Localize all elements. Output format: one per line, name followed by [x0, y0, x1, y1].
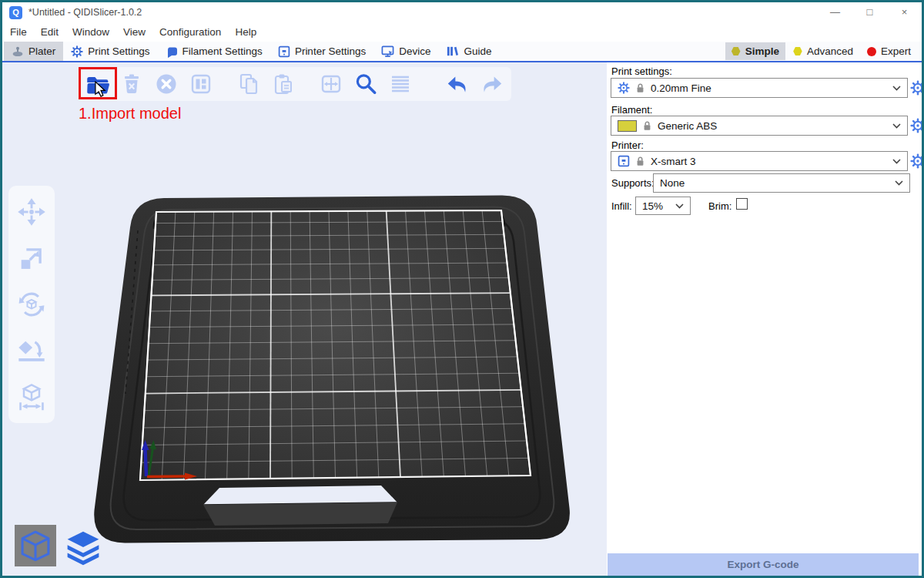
menu-file[interactable]: File [3, 22, 34, 42]
monitor-icon [381, 45, 394, 58]
lock-icon [635, 82, 645, 94]
redo-button[interactable] [477, 69, 507, 99]
chevron-down-icon [892, 159, 901, 164]
brim-checkbox[interactable] [736, 198, 748, 210]
printer-label: Printer: [611, 139, 644, 151]
brim-label: Brim: [708, 200, 732, 212]
minimize-button[interactable]: — [818, 2, 852, 22]
filament-value: Generic ABS [658, 120, 717, 132]
filament-gear-button[interactable] [910, 118, 924, 133]
3d-editor-view-button[interactable] [15, 525, 56, 566]
filament-color-swatch [618, 120, 637, 132]
menu-window[interactable]: Window [65, 22, 116, 42]
mode-advanced-label: Advanced [807, 45, 853, 57]
move-icon[interactable] [16, 197, 47, 227]
copy-icon [236, 72, 261, 96]
gear-icon [71, 45, 83, 58]
tab-device-label: Device [399, 45, 430, 57]
maximize-button[interactable]: □ [852, 2, 887, 22]
cube-icon [17, 527, 54, 564]
menu-help[interactable]: Help [228, 22, 263, 42]
close-button[interactable]: × [887, 2, 922, 22]
viewport-3d[interactable]: 1.Import model [2, 62, 607, 578]
measure-icon[interactable] [16, 381, 47, 412]
menu-configuration[interactable]: Configuration [152, 22, 228, 42]
filament-icon [166, 45, 178, 58]
printer-gear-button[interactable] [910, 153, 924, 169]
print-bed [2, 62, 607, 578]
advanced-mode-icon [793, 47, 802, 56]
menu-view[interactable]: View [116, 22, 152, 42]
simple-mode-icon [732, 47, 741, 56]
mode-advanced[interactable]: Advanced [787, 42, 859, 60]
gear-icon [618, 82, 630, 94]
delete-button[interactable] [117, 69, 146, 99]
tab-print-settings-label: Print Settings [88, 45, 149, 57]
split-icon [319, 72, 343, 96]
lock-icon [635, 156, 645, 167]
supports-label: Supports: [611, 177, 654, 189]
mode-simple-label: Simple [745, 45, 779, 57]
copy-button[interactable] [234, 69, 263, 99]
tab-filament-settings-label: Filament Settings [182, 45, 263, 57]
layers-preview-button[interactable] [62, 526, 104, 568]
expert-mode-icon [867, 47, 876, 56]
gizmo-toolbar [8, 186, 55, 423]
redo-icon [479, 71, 505, 97]
chevron-down-icon [892, 86, 901, 91]
paste-icon [271, 72, 296, 96]
split-to-objects-button[interactable] [316, 69, 346, 99]
print-settings-combo[interactable]: 0.20mm Fine [611, 78, 908, 98]
infill-combo[interactable]: 15% [635, 197, 691, 215]
infill-label: Infill: [611, 200, 632, 212]
arrange-button[interactable] [186, 69, 216, 99]
tab-print-settings[interactable]: Print Settings [63, 42, 157, 61]
print-settings-gear-button[interactable] [910, 80, 924, 96]
scale-icon[interactable] [16, 243, 47, 274]
import-model-button[interactable] [82, 69, 112, 99]
tab-device[interactable]: Device [373, 42, 438, 61]
mouse-cursor [94, 81, 109, 99]
books-icon [446, 45, 459, 58]
undo-icon [444, 71, 470, 97]
undo-button[interactable] [443, 69, 472, 99]
tab-printer-settings[interactable]: Printer Settings [270, 42, 373, 61]
tab-guide[interactable]: Guide [438, 42, 499, 61]
variable-layer-height-button[interactable] [386, 69, 415, 99]
mode-expert[interactable]: Expert [861, 42, 917, 60]
title-bar: Q *Untitled - QIDISlicer-1.0.2 — □ × [2, 2, 922, 22]
filament-combo[interactable]: Generic ABS [611, 116, 908, 136]
search-button[interactable] [351, 69, 380, 99]
mode-simple[interactable]: Simple [725, 42, 785, 60]
menu-bar: File Edit Window View Configuration Help [2, 22, 922, 42]
tab-plater[interactable]: Plater [4, 42, 63, 61]
rotate-icon[interactable] [16, 289, 47, 320]
tab-bar: Plater Print Settings Filament Settings … [2, 42, 922, 62]
settings-panel: Print settings: 0.20mm Fine Filament: Ge… [607, 62, 922, 578]
place-on-face-icon[interactable] [16, 335, 47, 366]
search-icon [353, 71, 379, 97]
tab-filament-settings[interactable]: Filament Settings [158, 42, 270, 61]
filament-label: Filament: [611, 104, 652, 116]
window-title: *Untitled - QIDISlicer-1.0.2 [28, 7, 142, 18]
delete-all-icon [154, 72, 179, 96]
tab-guide-label: Guide [464, 45, 491, 57]
menu-edit[interactable]: Edit [34, 22, 65, 42]
layer-lines-icon [388, 72, 413, 96]
infill-value: 15% [642, 200, 663, 212]
print-settings-value: 0.20mm Fine [651, 82, 711, 94]
chevron-down-icon [895, 180, 903, 186]
delete-all-button[interactable] [152, 69, 181, 99]
printer-combo[interactable]: X-smart 3 [611, 151, 908, 171]
printer-icon [278, 45, 290, 58]
supports-combo[interactable]: None [653, 173, 910, 193]
print-settings-label: Print settings: [611, 66, 672, 77]
chevron-down-icon [675, 203, 684, 209]
chevron-down-icon [892, 123, 901, 129]
app-icon: Q [9, 6, 22, 19]
mode-switcher: Simple Advanced Expert [725, 42, 917, 60]
export-gcode-button[interactable]: Export G-code [608, 553, 919, 576]
annotation-import-model: 1.Import model [79, 105, 181, 123]
tab-plater-label: Plater [28, 45, 55, 57]
paste-button[interactable] [269, 69, 298, 99]
